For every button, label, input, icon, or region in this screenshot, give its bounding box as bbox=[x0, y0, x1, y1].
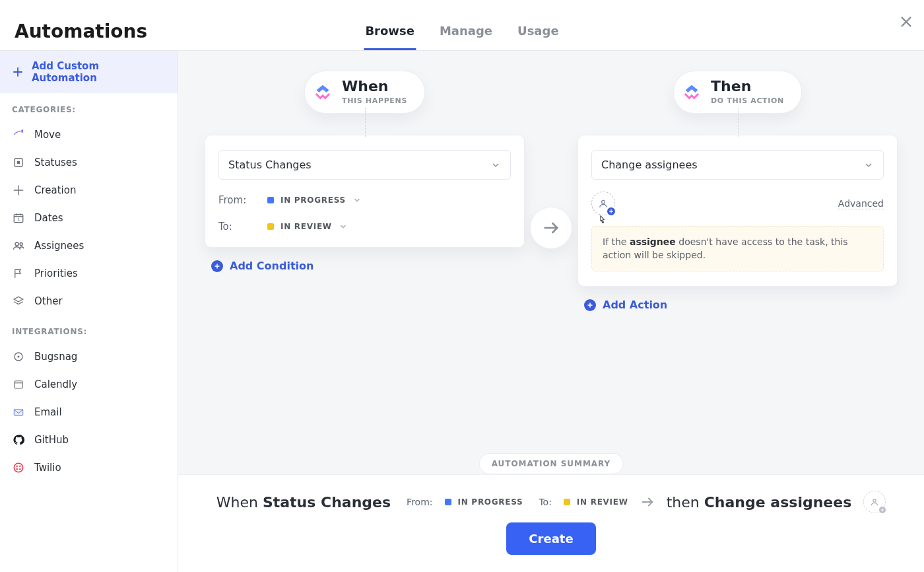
summary-wrap: AUTOMATION SUMMARY When Status Changes F… bbox=[178, 453, 924, 572]
summary-assignee-icon[interactable] bbox=[863, 491, 886, 513]
add-action-label: Add Action bbox=[603, 299, 667, 311]
then-column: Then DO THIS ACTION Change assignees bbox=[578, 71, 898, 311]
close-icon[interactable] bbox=[899, 15, 913, 29]
summary-when-strong: Status Changes bbox=[263, 494, 391, 511]
advanced-link[interactable]: Advanced bbox=[838, 198, 884, 209]
summary-from-chip: IN PROGRESS bbox=[445, 497, 523, 507]
categories-list: Move Statuses Creation 1 bbox=[0, 121, 178, 315]
page-title: Automations bbox=[15, 20, 147, 42]
from-row: From: IN PROGRESS bbox=[218, 194, 511, 206]
arrow-right-icon bbox=[640, 495, 655, 509]
sidebar-item-label: Creation bbox=[34, 184, 76, 196]
summary-then-strong: Change assignees bbox=[704, 494, 852, 511]
to-label: To: bbox=[218, 221, 255, 232]
sidebar-item-bugsnag[interactable]: Bugsnag bbox=[0, 343, 178, 371]
create-button[interactable]: Create bbox=[506, 522, 595, 555]
to-status-text: IN REVIEW bbox=[280, 222, 332, 231]
trigger-select[interactable]: Status Changes bbox=[218, 150, 511, 180]
sidebar-item-label: Assignees bbox=[34, 240, 84, 252]
chevron-down-icon bbox=[863, 160, 874, 170]
note-strong: assignee bbox=[630, 236, 676, 247]
twilio-icon bbox=[12, 461, 25, 474]
bugsnag-icon bbox=[12, 350, 25, 363]
categories-heading: CATEGORIES: bbox=[0, 93, 178, 121]
sidebar-item-creation[interactable]: Creation bbox=[0, 176, 178, 204]
share-arrow-icon bbox=[12, 128, 25, 141]
summary-from-status: IN PROGRESS bbox=[458, 497, 523, 507]
flag-icon bbox=[12, 267, 25, 280]
svg-point-24 bbox=[19, 468, 20, 470]
tab-manage[interactable]: Manage bbox=[438, 16, 494, 50]
svg-point-14 bbox=[20, 243, 22, 246]
plus-cross-icon bbox=[12, 184, 25, 197]
sidebar-item-label: Move bbox=[34, 129, 61, 141]
chevron-down-icon bbox=[490, 160, 501, 170]
add-assignee-button[interactable] bbox=[591, 192, 615, 215]
sidebar-item-dates[interactable]: 1 Dates bbox=[0, 204, 178, 232]
sidebar-item-label: Bugsnag bbox=[34, 351, 77, 363]
plus-icon bbox=[12, 66, 24, 78]
from-status-chip[interactable]: IN PROGRESS bbox=[267, 196, 362, 205]
email-icon bbox=[12, 406, 25, 419]
add-condition-button[interactable]: Add Condition bbox=[211, 260, 314, 272]
cursor-pointer-icon bbox=[597, 214, 609, 226]
svg-point-20 bbox=[14, 463, 23, 472]
layers-icon bbox=[12, 295, 25, 308]
status-color-icon bbox=[267, 197, 274, 203]
sidebar-item-assignees[interactable]: Assignees bbox=[0, 232, 178, 260]
clickup-logo-icon bbox=[313, 83, 333, 102]
svg-point-34 bbox=[873, 499, 876, 502]
from-status-text: IN PROGRESS bbox=[280, 196, 346, 205]
then-card: Change assignees bbox=[578, 135, 898, 287]
connector-line bbox=[738, 108, 739, 137]
tab-usage[interactable]: Usage bbox=[516, 16, 560, 50]
sidebar-item-twilio[interactable]: Twilio bbox=[0, 454, 178, 482]
to-status-chip[interactable]: IN REVIEW bbox=[267, 222, 348, 231]
add-custom-automation[interactable]: Add Custom Automation bbox=[0, 51, 178, 93]
status-color-icon bbox=[445, 499, 451, 505]
sidebar-item-calendly[interactable]: Calendly bbox=[0, 371, 178, 398]
connector-line bbox=[365, 108, 366, 137]
main: When THIS HAPPENS Status Changes bbox=[178, 51, 924, 572]
sidebar-item-move[interactable]: Move bbox=[0, 121, 178, 149]
then-title: Then bbox=[711, 79, 784, 94]
sidebar-item-email[interactable]: Email bbox=[0, 398, 178, 426]
tab-browse[interactable]: Browse bbox=[364, 16, 416, 50]
when-column: When THIS HAPPENS Status Changes bbox=[205, 71, 525, 272]
clickup-logo-icon bbox=[682, 83, 702, 102]
calendly-icon bbox=[12, 378, 25, 391]
assignee-note: If the assignee doesn't have access to t… bbox=[591, 226, 884, 271]
trigger-select-value: Status Changes bbox=[228, 159, 312, 171]
svg-rect-17 bbox=[15, 381, 22, 388]
integrations-list: Bugsnag Calendly Email bbox=[0, 343, 178, 482]
sidebar-item-other[interactable]: Other bbox=[0, 287, 178, 315]
sidebar-item-priorities[interactable]: Priorities bbox=[0, 260, 178, 287]
svg-point-21 bbox=[16, 466, 18, 467]
svg-point-23 bbox=[16, 468, 18, 470]
chevron-down-icon bbox=[352, 196, 362, 205]
summary-then: then Change assignees bbox=[667, 494, 852, 511]
sidebar-item-statuses[interactable]: Statuses bbox=[0, 149, 178, 176]
add-action-button[interactable]: Add Action bbox=[584, 299, 667, 311]
when-title: When bbox=[342, 79, 407, 94]
summary-then-word: then bbox=[667, 494, 704, 511]
plus-badge-icon bbox=[878, 505, 887, 515]
from-label: From: bbox=[218, 194, 255, 206]
then-subtitle: DO THIS ACTION bbox=[711, 96, 784, 105]
sidebar-item-label: Statuses bbox=[34, 157, 77, 168]
sidebar-item-label: GitHub bbox=[34, 434, 69, 446]
summary-to-status: IN REVIEW bbox=[577, 497, 628, 507]
svg-point-28 bbox=[602, 200, 605, 203]
action-select[interactable]: Change assignees bbox=[591, 150, 884, 180]
app-root: Automations Browse Manage Usage Add Cust… bbox=[0, 0, 924, 572]
summary-when-word: When bbox=[216, 494, 263, 511]
sidebar-item-github[interactable]: GitHub bbox=[0, 426, 178, 454]
svg-point-13 bbox=[15, 242, 18, 246]
square-dot-icon bbox=[12, 156, 25, 169]
svg-rect-5 bbox=[17, 161, 20, 164]
svg-point-16 bbox=[18, 356, 20, 358]
sidebar-item-label: Twilio bbox=[34, 462, 61, 474]
chevron-down-icon bbox=[339, 222, 348, 231]
body: Add Custom Automation CATEGORIES: Move S… bbox=[0, 51, 924, 572]
github-icon bbox=[12, 433, 25, 447]
